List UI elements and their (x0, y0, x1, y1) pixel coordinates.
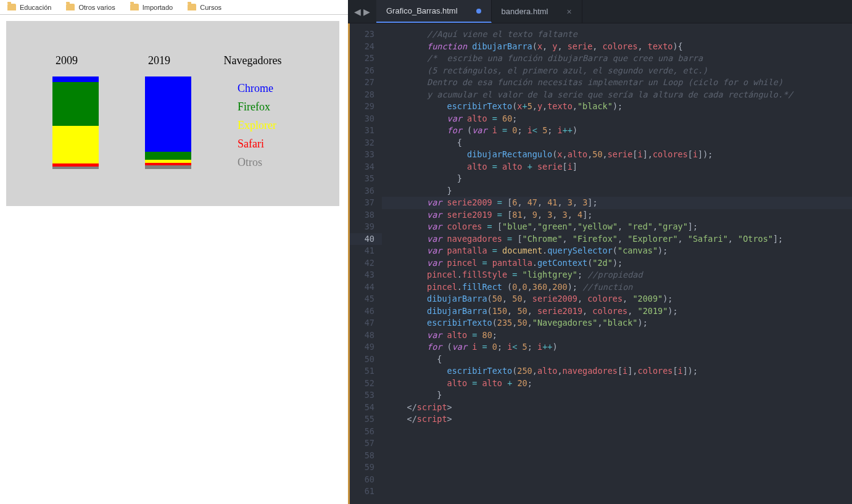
folder-icon (188, 4, 196, 10)
code-line[interactable]: for (var i = 0; i< 5; i++) (382, 125, 852, 137)
line-number: 53 (350, 389, 382, 402)
bar-segment (52, 76, 99, 82)
line-number: 28 (350, 89, 382, 101)
line-number: 33 (350, 149, 382, 161)
code-line[interactable]: { (382, 137, 852, 149)
line-number-gutter: 2324252627282930313233343536373839404142… (348, 23, 382, 504)
line-number: 49 (350, 341, 382, 353)
code-line[interactable]: alto = alto + serie[i] (382, 161, 852, 173)
code-line[interactable]: pincel.fillStyle = "lightgrey"; //propie… (382, 269, 852, 281)
line-number: 35 (350, 173, 382, 185)
line-number: 51 (350, 365, 382, 378)
bookmark-label: Importado (143, 4, 173, 11)
line-number: 54 (350, 402, 382, 414)
code-line[interactable]: for (var i = 0; i< 5; i++) (382, 341, 852, 353)
line-number: 34 (350, 161, 382, 173)
line-number: 26 (350, 65, 382, 77)
tab-bandera[interactable]: bandera.html × (492, 0, 582, 23)
line-number: 23 (350, 28, 382, 41)
code-editor[interactable]: 2324252627282930313233343536373839404142… (348, 23, 852, 504)
code-line[interactable]: var alto = 60; (382, 113, 852, 125)
code-editor-pane: ◀ ▶ Grafico_Barras.html bandera.html × 2… (348, 0, 852, 504)
code-line[interactable]: var serie2019 = [81, 9, 3, 3, 4]; (382, 209, 852, 221)
tab-grafico-barras[interactable]: Grafico_Barras.html (376, 0, 492, 23)
code-line[interactable]: } (382, 389, 852, 402)
bar-segment (52, 167, 99, 170)
bookmark-item[interactable]: Cursos (188, 4, 221, 11)
line-number: 25 (350, 52, 382, 65)
code-line[interactable]: </script> (382, 413, 852, 426)
line-number: 60 (350, 474, 382, 486)
chart-canvas: 20092019NavegadoresChromeFirefoxExplorer… (6, 21, 339, 206)
close-icon[interactable]: × (566, 7, 571, 17)
preview-area: 20092019NavegadoresChromeFirefoxExplorer… (0, 15, 348, 212)
bookmark-item[interactable]: Otros varios (66, 4, 115, 11)
line-number: 59 (350, 461, 382, 474)
line-number: 32 (350, 137, 382, 149)
line-number: 46 (350, 305, 382, 318)
code-line[interactable]: var pincel = pantalla.getContext("2d"); (382, 257, 852, 270)
code-content[interactable]: //Aquí viene el texto faltante function … (382, 23, 852, 504)
line-number: 58 (350, 450, 382, 462)
line-number: 48 (350, 329, 382, 342)
folder-icon (7, 4, 16, 10)
code-line[interactable]: </script> (382, 402, 852, 414)
code-line[interactable]: var alto = 80; (382, 329, 852, 342)
code-line[interactable]: escribirTexto(235,50,"Navegadores","blac… (382, 317, 852, 329)
tab-prev-icon[interactable]: ◀ (354, 7, 361, 17)
code-line[interactable]: var colores = ["blue","green","yellow", … (382, 221, 852, 233)
code-line[interactable]: } (382, 173, 852, 185)
code-line[interactable]: y acumular el valor de la serie que serí… (382, 89, 852, 101)
code-line[interactable]: { (382, 353, 852, 366)
tab-bar: ◀ ▶ Grafico_Barras.html bandera.html × (348, 0, 852, 23)
bookmark-item[interactable]: Importado (130, 4, 173, 11)
code-line[interactable]: function dibujarBarra(x, y, serie, color… (382, 41, 852, 53)
line-number: 43 (350, 269, 382, 281)
line-number: 30 (350, 113, 382, 125)
bookmark-bar: Educación Otros varios Importado Cursos (0, 0, 348, 15)
line-number: 44 (350, 281, 382, 294)
code-line[interactable]: (5 rectángulos, el primero azul, el segu… (382, 65, 852, 77)
code-line[interactable]: dibujarBarra(150, 50, serie2019, colores… (382, 305, 852, 318)
line-number: 50 (350, 353, 382, 366)
line-number: 37 (350, 197, 382, 209)
code-line[interactable]: //Aquí viene el texto faltante (382, 28, 852, 41)
code-line[interactable]: /* escribe una función dibujarBarra que … (382, 52, 852, 65)
browser-preview-pane: Educación Otros varios Importado Cursos … (0, 0, 348, 504)
bar-segment (145, 76, 191, 152)
code-line[interactable]: var pantalla = document.querySelector("c… (382, 245, 852, 257)
bar-segment (52, 82, 99, 126)
line-number: 42 (350, 257, 382, 270)
line-number: 36 (350, 185, 382, 197)
line-number: 47 (350, 317, 382, 329)
line-number: 38 (350, 209, 382, 221)
tab-nav-arrows: ◀ ▶ (348, 0, 376, 23)
code-line[interactable]: escribirTexto(250,alto,navegadores[i],co… (382, 365, 852, 378)
line-number: 29 (350, 101, 382, 113)
legend-item: Safari (238, 138, 264, 151)
bar-year-label: 2019 (148, 54, 170, 67)
code-line[interactable]: alto = alto + 20; (382, 378, 852, 390)
folder-icon (130, 4, 139, 10)
tab-label: Grafico_Barras.html (386, 6, 458, 15)
line-number: 31 (350, 125, 382, 137)
code-line[interactable]: pincel.fillRect (0,0,360,200); //functio… (382, 281, 852, 294)
code-line[interactable]: } (382, 185, 852, 197)
bar-segment (145, 152, 191, 160)
legend-item: Firefox (238, 101, 270, 114)
code-line[interactable]: var serie2009 = [6, 47, 41, 3, 3]; (382, 197, 852, 209)
legend-item: Otros (238, 156, 262, 169)
bar-segment (52, 126, 99, 164)
line-number: 55 (350, 413, 382, 426)
line-number: 41 (350, 245, 382, 257)
tab-next-icon[interactable]: ▶ (363, 7, 370, 17)
code-line[interactable]: dibujarBarra(50, 50, serie2009, colores,… (382, 293, 852, 305)
bar-segment (145, 165, 191, 169)
code-line[interactable]: var navegadores = ["Chrome", "Firefox", … (382, 233, 852, 246)
code-line[interactable]: dibujarRectangulo(x,alto,50,serie[i],col… (382, 149, 852, 161)
code-line[interactable]: escribirTexto(x+5,y,texto,"black"); (382, 101, 852, 113)
bookmark-label: Educación (20, 4, 51, 11)
folder-icon (66, 4, 75, 10)
bookmark-item[interactable]: Educación (7, 4, 51, 11)
code-line[interactable]: Dentro de esa función necesitas implemen… (382, 76, 852, 89)
